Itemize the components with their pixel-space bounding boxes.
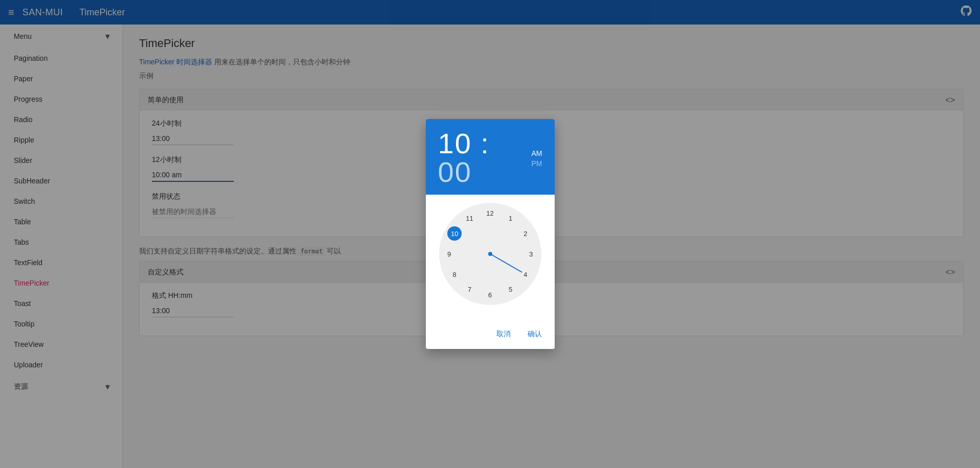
clock-number-5[interactable]: 5: [504, 282, 518, 296]
timepicker-ampm: AM PM: [532, 149, 542, 169]
timepicker-colon: :: [481, 127, 490, 159]
clock-number-8[interactable]: 8: [447, 267, 462, 282]
timepicker-am[interactable]: AM: [532, 149, 542, 159]
clock-number-9[interactable]: 9: [442, 247, 457, 261]
clock-number-11[interactable]: 11: [463, 212, 477, 226]
timepicker-pm[interactable]: PM: [532, 159, 542, 169]
timepicker-time-display: 10 : 00: [438, 129, 528, 186]
clock-face[interactable]: 121234567891011: [439, 203, 541, 305]
timepicker-clock: 121234567891011: [426, 195, 555, 321]
clock-number-12[interactable]: 12: [483, 206, 497, 220]
clock-number-4[interactable]: 4: [518, 267, 533, 282]
overlay[interactable]: 10 : 00 AM PM 121234567891011 取消 确认: [0, 0, 980, 468]
timepicker-dialog: 10 : 00 AM PM 121234567891011 取消 确认: [426, 119, 555, 349]
clock-number-3[interactable]: 3: [524, 247, 538, 261]
timepicker-actions: 取消 确认: [426, 321, 555, 349]
confirm-button[interactable]: 确认: [521, 325, 549, 343]
cancel-button[interactable]: 取消: [490, 325, 517, 343]
timepicker-hour[interactable]: 10: [438, 127, 472, 159]
clock-number-6[interactable]: 6: [483, 288, 497, 302]
clock-number-7[interactable]: 7: [463, 282, 477, 296]
timepicker-header: 10 : 00 AM PM: [426, 119, 555, 195]
timepicker-minute[interactable]: 00: [438, 156, 472, 188]
clock-number-2[interactable]: 2: [518, 226, 533, 241]
clock-hand: [490, 253, 522, 273]
clock-number-10[interactable]: 10: [447, 226, 462, 241]
clock-number-1[interactable]: 1: [504, 212, 518, 226]
